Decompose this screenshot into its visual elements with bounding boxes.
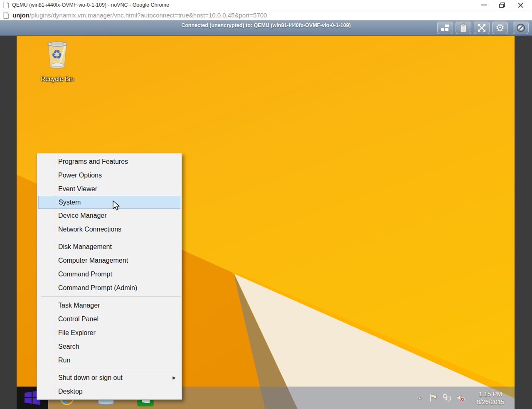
menu-item-search[interactable]: Search	[37, 340, 182, 353]
menu-item-desktop[interactable]: Desktop	[37, 384, 182, 398]
clipboard-button[interactable]	[456, 22, 471, 34]
menu-separator	[37, 367, 182, 371]
close-button[interactable]	[511, 0, 530, 10]
close-icon	[518, 2, 523, 8]
menu-item-event-viewer[interactable]: Event Viewer	[37, 182, 182, 196]
menu-item-command-prompt-admin[interactable]: Command Prompt (Admin)	[37, 281, 182, 295]
recycle-bin-label: Recycle Bin	[32, 75, 82, 82]
show-hidden-icons-button[interactable]	[416, 394, 424, 402]
disconnect-icon	[516, 23, 526, 33]
url-path: /plugins/dynamix.vm.manager/vnc.html?aut…	[30, 12, 267, 19]
menu-separator	[37, 295, 182, 298]
minimize-button[interactable]	[475, 0, 493, 10]
win-x-menu: Programs and Features Power Options Even…	[37, 153, 182, 400]
tiles-icon	[441, 24, 450, 32]
window-title: QEMU (win81-i440fx-OVMF-vio-0-1-109) - n…	[12, 2, 169, 8]
vnc-viewport: ♻ Recycle Bin e	[0, 36, 532, 409]
menu-item-power-options[interactable]: Power Options	[37, 168, 182, 182]
vnc-toolbar-buttons: ⚙	[437, 22, 529, 34]
restore-button[interactable]	[493, 0, 511, 10]
novnc-toolbar: Connected (unencrypted) to: QEMU (win81-…	[0, 20, 532, 36]
menu-item-device-manager[interactable]: Device Manager	[37, 209, 182, 222]
action-center-button[interactable]	[429, 394, 438, 402]
submenu-arrow-icon: ▶	[172, 371, 176, 384]
menu-item-control-panel[interactable]: Control Panel	[37, 312, 182, 326]
mouse-cursor-icon	[112, 200, 122, 211]
settings-button[interactable]: ⚙	[492, 22, 508, 34]
letterbox-right	[515, 36, 532, 409]
menu-item-label: Shut down or sign out	[58, 374, 123, 381]
address-bar[interactable]: unjon/plugins/dynamix.vm.manager/vnc.htm…	[0, 10, 532, 20]
window-controls	[475, 0, 530, 10]
fullscreen-button[interactable]	[474, 22, 490, 34]
disconnect-button[interactable]	[513, 22, 529, 34]
window-titlebar: QEMU (win81-i440fx-OVMF-vio-0-1-109) - n…	[0, 0, 532, 10]
settings-gear-icon: ⚙	[495, 23, 505, 33]
recycle-bin-icon: ♻	[42, 40, 72, 72]
tray-date: 8/26/2015	[470, 398, 510, 406]
url-host: unjon	[12, 12, 30, 19]
menu-item-run[interactable]: Run	[37, 353, 182, 367]
chevron-up-icon	[417, 396, 423, 400]
volume-tray-button[interactable]	[457, 394, 465, 402]
url-text: unjon/plugins/dynamix.vm.manager/vnc.htm…	[12, 12, 267, 19]
restore-icon	[499, 2, 505, 8]
flag-icon	[429, 394, 438, 402]
page-document-icon	[3, 12, 9, 19]
tray-clock[interactable]: 1:15 PM 8/26/2015	[470, 390, 510, 406]
page-document-icon	[3, 2, 9, 8]
tiles-button[interactable]	[437, 22, 453, 34]
menu-item-computer-management[interactable]: Computer Management	[37, 254, 182, 267]
network-tray-button[interactable]	[443, 394, 451, 402]
clipboard-icon	[460, 23, 467, 32]
minimize-icon	[481, 5, 487, 5]
fullscreen-icon	[477, 23, 486, 32]
menu-item-shut-down-or-sign-out[interactable]: Shut down or sign out ▶	[37, 371, 182, 384]
letterbox-left	[0, 36, 17, 409]
menu-separator	[37, 236, 182, 240]
chrome-popup-window: QEMU (win81-i440fx-OVMF-vio-0-1-109) - n…	[0, 0, 532, 409]
network-icon	[443, 394, 451, 402]
menu-item-programs-and-features[interactable]: Programs and Features	[37, 155, 182, 168]
speaker-muted-icon	[457, 394, 465, 402]
svg-text:♻: ♻	[51, 47, 62, 62]
tray-time: 1:15 PM	[470, 390, 510, 398]
menu-item-network-connections[interactable]: Network Connections	[37, 222, 182, 236]
menu-item-disk-management[interactable]: Disk Management	[37, 240, 182, 254]
menu-item-command-prompt[interactable]: Command Prompt	[37, 267, 182, 281]
menu-item-file-explorer[interactable]: File Explorer	[37, 326, 182, 340]
recycle-bin[interactable]: ♻ Recycle Bin	[32, 40, 82, 82]
menu-item-task-manager[interactable]: Task Manager	[37, 298, 182, 312]
system-tray: 1:15 PM 8/26/2015	[416, 387, 510, 409]
menu-item-system[interactable]: System	[38, 196, 180, 209]
